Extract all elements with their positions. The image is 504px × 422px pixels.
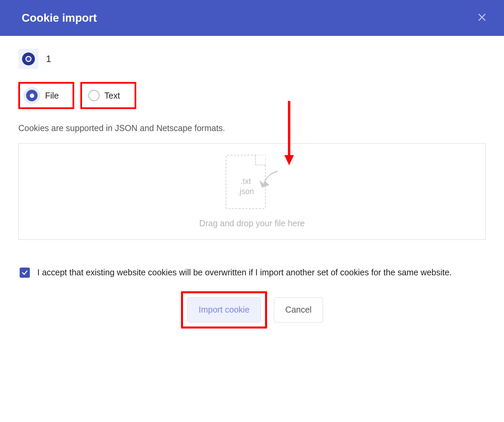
svg-point-4: [26, 57, 31, 61]
import-cookie-button[interactable]: Import cookie: [187, 297, 261, 322]
check-icon: [21, 269, 28, 276]
dialog-content: 1 File Text Cookies are supported in JSO…: [0, 36, 504, 329]
chromium-icon: [21, 52, 36, 66]
import-button-highlight: Import cookie: [181, 291, 267, 329]
file-ext-json: .json: [238, 187, 254, 197]
consent-checkbox[interactable]: [20, 268, 30, 278]
profile-count: 1: [46, 54, 51, 64]
consent-text: I accept that existing website cookies w…: [37, 266, 452, 279]
radio-file-label: File: [45, 91, 59, 101]
radio-text[interactable]: Text: [80, 82, 136, 109]
dialog-header: Cookie import: [0, 0, 504, 36]
dialog-title: Cookie import: [22, 12, 97, 24]
import-mode-group: File Text: [18, 82, 486, 109]
close-button[interactable]: [477, 12, 487, 24]
browser-profile-icon: [18, 49, 39, 69]
close-icon: [477, 12, 487, 22]
upload-arrow-icon: [257, 167, 280, 190]
browser-profile-row: 1: [18, 49, 486, 69]
radio-text-label: Text: [104, 91, 120, 101]
cancel-button[interactable]: Cancel: [274, 297, 323, 322]
format-helper-text: Cookies are supported in JSON and Netsca…: [18, 123, 486, 133]
radio-file[interactable]: File: [18, 82, 74, 109]
radio-checked-icon: [23, 87, 40, 104]
consent-row: I accept that existing website cookies w…: [18, 266, 486, 279]
radio-unchecked-icon: [88, 90, 100, 101]
file-ext-txt: .txt: [238, 176, 254, 187]
dropzone-graphic: .txt .json: [226, 155, 278, 209]
file-dropzone[interactable]: .txt .json Drag and drop your file here: [18, 143, 486, 240]
button-row: Import cookie Cancel: [18, 291, 486, 329]
dropzone-hint: Drag and drop your file here: [199, 218, 305, 228]
